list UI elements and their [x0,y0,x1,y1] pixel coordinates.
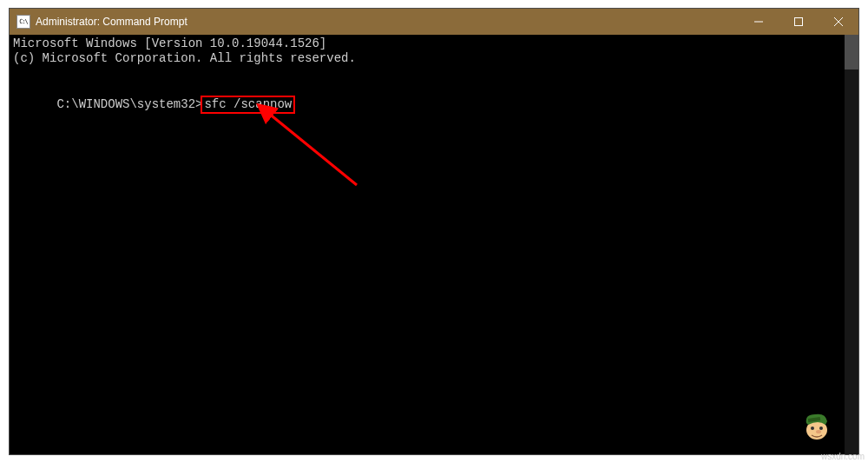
app-icon-text: C:\ [19,18,28,25]
close-button[interactable] [819,9,858,35]
svg-point-8 [811,427,814,430]
svg-point-9 [819,427,823,430]
app-icon: C:\ [16,15,30,29]
minimize-button[interactable] [739,9,779,35]
scrollbar-thumb[interactable] [845,35,858,69]
maximize-button[interactable] [779,9,819,35]
titlebar[interactable]: C:\ Administrator: Command Prompt [10,9,858,35]
watermark-text: wsxdn.com [821,452,865,461]
window-title: Administrator: Command Prompt [36,16,187,28]
terminal-line-version: Microsoft Windows [Version 10.0.19044.15… [13,36,855,51]
window-controls [739,9,858,35]
scrollbar-vertical[interactable] [845,35,858,454]
svg-point-10 [816,430,821,433]
terminal-command-highlighted: sfc /scannow [201,96,295,114]
terminal-prompt-line: C:\WINDOWS\system32>sfc /scannow [13,81,855,129]
command-prompt-window: C:\ Administrator: Command Prompt Micros… [9,8,859,455]
svg-rect-1 [795,18,803,26]
terminal-line-copyright: (c) Microsoft Corporation. All rights re… [13,51,855,66]
terminal-output[interactable]: Microsoft Windows [Version 10.0.19044.15… [10,35,858,454]
mascot-icon [799,407,834,442]
terminal-line-blank [13,66,855,81]
terminal-prompt: C:\WINDOWS\system32> [56,97,202,111]
